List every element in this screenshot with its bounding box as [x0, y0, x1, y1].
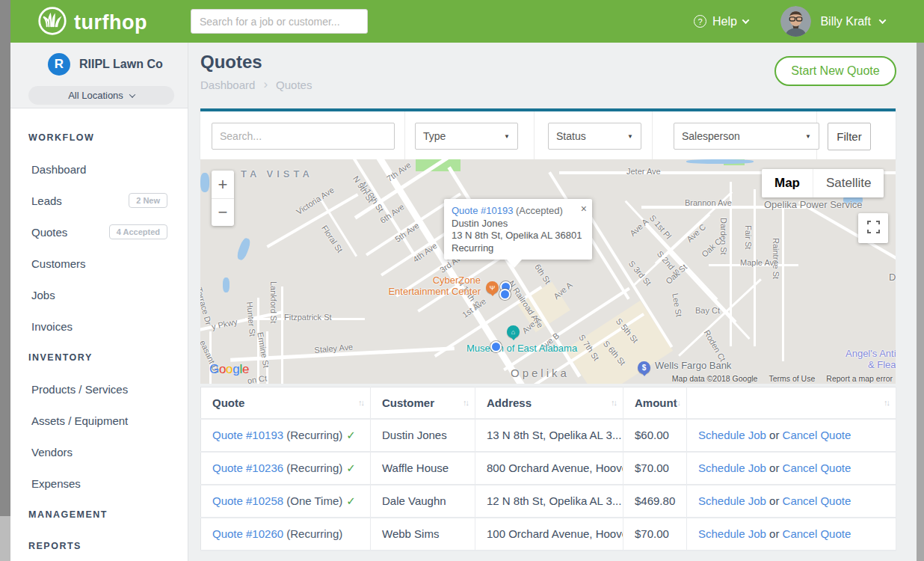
top-bar: turfhop ? Help Billy Kraft [10, 0, 924, 43]
global-search-input[interactable] [191, 9, 368, 34]
sidebar-item-jobs[interactable]: Jobs [10, 279, 188, 310]
filter-type-cell: Type▼ [405, 111, 535, 159]
accepted-check-icon: ✓ [346, 462, 356, 474]
info-window-frequency: Recurring [452, 242, 585, 255]
poi-label-angels-antique-flea-market[interactable]: Angel's Antiqu& Flea M [832, 348, 896, 370]
salesperson-select[interactable]: Salesperson▼ [674, 123, 819, 150]
amount-cell: $60.00 [623, 419, 687, 452]
close-icon[interactable]: × [581, 203, 587, 215]
cancel-quote-link[interactable]: Cancel Quote [783, 429, 851, 441]
poi-museum-icon[interactable]: ⌂ [507, 325, 520, 338]
quote-map-marker[interactable] [499, 289, 511, 300]
quote-link[interactable]: Quote #10236 [212, 462, 283, 474]
column-header-customer[interactable]: Customer↑↓ [371, 387, 475, 419]
start-new-quote-button[interactable]: Start New Quote [774, 56, 896, 86]
map-area-label: TA VISTA [241, 168, 313, 180]
info-window-quote-link[interactable]: Quote #10193 [452, 205, 513, 216]
brand-logo[interactable]: turfhop [37, 6, 147, 39]
fullscreen-button[interactable] [858, 213, 888, 243]
filter-button[interactable]: Filter [828, 123, 871, 150]
sort-icon: ↑↓ [358, 398, 363, 407]
poi-glyph: $ [642, 364, 647, 372]
location-selector[interactable]: All Locations [28, 86, 174, 105]
column-header-address[interactable]: Address↑↓ [475, 387, 623, 419]
sidebar-item-assets-equipment[interactable]: Assets / Equipment [10, 405, 188, 436]
right-scrollbar-thumb[interactable] [917, 43, 924, 561]
sidebar-item-products-services[interactable]: Products / Services [10, 373, 188, 405]
zoom-in-button[interactable]: + [212, 171, 234, 198]
left-scrollbar[interactable] [0, 0, 10, 561]
breadcrumb-quotes: Quotes [276, 79, 312, 91]
quote-map-marker[interactable] [490, 341, 502, 352]
left-scrollbar-thumb[interactable] [0, 0, 10, 516]
right-scrollbar[interactable] [917, 43, 924, 561]
address-cell: 800 Orchard Avenue, Hoove... [475, 452, 623, 485]
type-select[interactable]: Type▼ [415, 123, 518, 150]
column-header-actions[interactable]: ↑↓ [687, 387, 896, 419]
sidebar-item-invoices[interactable]: Invoices [10, 310, 188, 342]
help-menu[interactable]: ? Help [694, 0, 748, 43]
breadcrumb-dashboard[interactable]: Dashboard [200, 79, 255, 91]
poi-glyph: Ψ [490, 284, 496, 292]
badge-4-accepted: 4 Accepted [109, 224, 167, 239]
schedule-job-link[interactable]: Schedule Job [698, 429, 766, 441]
terms-of-use-link[interactable]: Terms of Use [769, 374, 815, 383]
street-label-lee-st: Lee St [671, 292, 683, 317]
map-info-window: Quote #10193 (Accepted) Dustin Jones 13 … [444, 199, 592, 260]
poi-label-cyberzone-entertainment-center[interactable]: CyberZoneEntertainment Center [369, 275, 481, 297]
quote-link[interactable]: Quote #10260 [212, 527, 283, 540]
street-label-bay-ct: Bay Ct [695, 306, 720, 315]
satellite-layer-button[interactable]: Satellite [813, 169, 884, 197]
quote-link[interactable]: Quote #10193 [212, 429, 283, 441]
cancel-quote-link[interactable]: Cancel Quote [783, 462, 851, 474]
filter-search-input[interactable] [212, 123, 395, 150]
sidebar-item-label: Invoices [31, 320, 73, 333]
zoom-out-button[interactable]: − [212, 198, 234, 226]
sidebar-item-quotes[interactable]: Quotes4 Accepted [10, 216, 188, 248]
info-window-customer: Dustin Jones [452, 218, 585, 230]
schedule-job-link[interactable]: Schedule Job [698, 494, 766, 507]
poi-label-opelika-power-service[interactable]: Opelika Power Service [764, 199, 896, 210]
sidebar-section-management: MANAGEMENT [10, 499, 188, 530]
column-header-label: Quote [212, 396, 244, 409]
user-menu[interactable]: Billy Kraft [780, 0, 885, 43]
column-header-quote[interactable]: Quote↑↓ [201, 387, 371, 419]
table-body: Quote #10193 (Recurring)✓Dustin Jones13 … [201, 419, 896, 551]
schedule-job-link[interactable]: Schedule Job [698, 527, 766, 540]
sort-icon: ↑↓ [884, 398, 889, 407]
poi-bank-icon[interactable]: $ [638, 361, 650, 374]
sidebar-section-label: REPORTS [28, 541, 81, 551]
map-layer-button[interactable]: Map [762, 169, 813, 197]
help-icon: ? [694, 15, 706, 28]
sidebar-item-customers[interactable]: Customers [10, 248, 188, 279]
map-canvas[interactable]: TA VISTA Opelika Jeter AveBrannon AveDar… [200, 159, 896, 384]
status-select[interactable]: Status▼ [548, 123, 641, 150]
street-label-lankford-st: Lankford St [269, 281, 278, 323]
sidebar-item-label: Customers [31, 257, 86, 270]
schedule-job-link[interactable]: Schedule Job [698, 462, 766, 474]
sidebar-item-label: Quotes [31, 226, 67, 239]
sort-icon: ↑↓ [674, 398, 680, 407]
quote-link[interactable]: Quote #10258 [212, 494, 283, 507]
street-label-terrace-dr: Terrace Dr [200, 286, 213, 326]
sidebar-item-leads[interactable]: Leads2 New [10, 185, 188, 216]
cancel-quote-link[interactable]: Cancel Quote [783, 527, 851, 540]
poi-restaurant-icon[interactable]: Ψ [486, 281, 499, 294]
google-logo[interactable]: Google [209, 362, 249, 377]
cancel-quote-link[interactable]: Cancel Quote [783, 494, 851, 507]
sidebar-item-expenses[interactable]: Expenses [10, 468, 188, 499]
column-header-amount[interactable]: Amount↑↓ [623, 387, 687, 419]
brand-name: turfhop [74, 11, 147, 34]
sidebar-item-dashboard[interactable]: Dashboard [10, 153, 188, 185]
sidebar-item-vendors[interactable]: Vendors [10, 436, 188, 468]
type-select-value: Type [423, 130, 446, 142]
accepted-check-icon: ✓ [346, 494, 356, 507]
poi-label-museum-of-east-alabama[interactable]: Museum of East Alabama [466, 343, 594, 354]
actions-cell: Schedule Job or Cancel Quote [687, 419, 896, 452]
poi-label-dr-truncated[interactable]: Dr [889, 272, 896, 283]
amount-cell: $70.00 [623, 518, 687, 551]
sidebar-section-reports: REPORTS [10, 530, 188, 561]
poi-label-wells-fargo-bank[interactable]: Wells Fargo Bank [655, 360, 752, 371]
filter-button-cell: Filter [817, 111, 896, 159]
report-map-error-link[interactable]: Report a map error [826, 374, 893, 383]
